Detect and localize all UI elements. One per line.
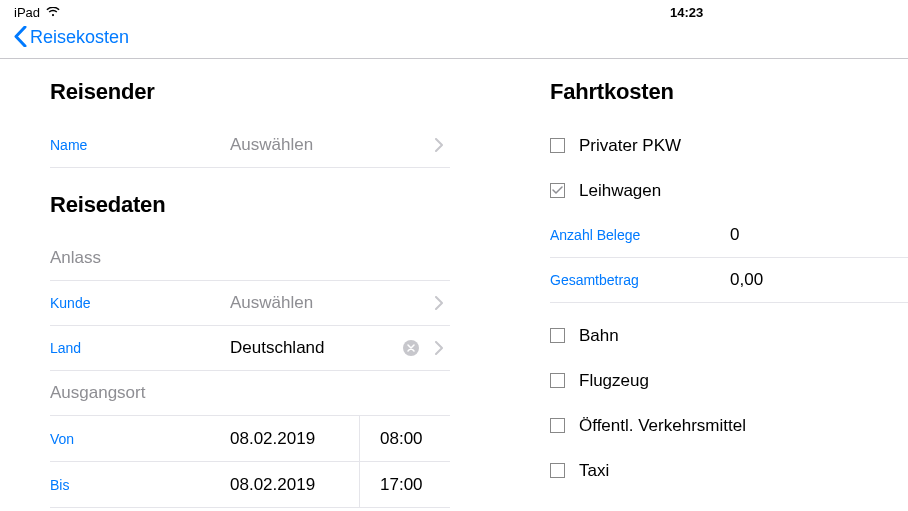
nav-bar: Reisekosten <box>0 20 908 59</box>
bis-date-cell[interactable]: Bis 08.02.2019 <box>50 462 360 507</box>
belege-value: 0 <box>730 225 739 245</box>
leihwagen-label: Leihwagen <box>579 181 661 201</box>
row-kunde[interactable]: Kunde Auswählen <box>50 281 450 326</box>
bahn-label: Bahn <box>579 326 619 346</box>
bis-time: 17:00 <box>380 475 423 495</box>
von-date-cell[interactable]: Von 08.02.2019 <box>50 416 360 461</box>
checkbox-pkw[interactable] <box>550 138 565 153</box>
kunde-value: Auswählen <box>230 293 428 313</box>
chevron-right-icon <box>428 138 450 152</box>
checkbox-opnv[interactable] <box>550 418 565 433</box>
chevron-right-icon <box>428 296 450 310</box>
checkbox-flugzeug[interactable] <box>550 373 565 388</box>
betrag-label: Gesamtbetrag <box>550 272 730 288</box>
check-row-taxi[interactable]: Taxi <box>550 448 900 493</box>
row-ausgangsort[interactable]: Ausgangsort <box>50 371 450 416</box>
section-title-fahrtkosten: Fahrtkosten <box>550 79 900 105</box>
bis-label: Bis <box>50 477 230 493</box>
content: Reisender Name Auswählen Reisedaten Anla… <box>0 59 908 508</box>
taxi-label: Taxi <box>579 461 609 481</box>
chevron-left-icon <box>14 26 28 48</box>
von-time: 08:00 <box>380 429 423 449</box>
anlass-label: Anlass <box>50 248 230 268</box>
land-value: Deutschland <box>230 338 400 358</box>
row-von: Von 08.02.2019 08:00 <box>50 416 450 462</box>
back-button[interactable]: Reisekosten <box>14 26 129 48</box>
status-bar: iPad 14:23 <box>0 0 908 20</box>
belege-label: Anzahl Belege <box>550 227 730 243</box>
device-label: iPad <box>14 5 40 20</box>
right-column: Fahrtkosten Privater PKW Leihwagen Anzah… <box>450 59 900 508</box>
land-label: Land <box>50 340 230 356</box>
name-label: Name <box>50 137 230 153</box>
row-anlass[interactable]: Anlass <box>50 236 450 281</box>
flugzeug-label: Flugzeug <box>579 371 649 391</box>
row-anzahl-belege[interactable]: Anzahl Belege 0 <box>550 213 908 258</box>
section-title-reisender: Reisender <box>50 79 450 105</box>
opnv-label: Öffentl. Verkehrsmittel <box>579 416 746 436</box>
checkbox-taxi[interactable] <box>550 463 565 478</box>
row-land[interactable]: Land Deutschland <box>50 326 450 371</box>
check-row-bahn[interactable]: Bahn <box>550 313 900 358</box>
row-bis: Bis 08.02.2019 17:00 <box>50 462 450 508</box>
checkbox-leihwagen[interactable] <box>550 183 565 198</box>
betrag-value: 0,00 <box>730 270 763 290</box>
check-row-pkw[interactable]: Privater PKW <box>550 123 900 168</box>
name-value: Auswählen <box>230 135 428 155</box>
row-gesamtbetrag[interactable]: Gesamtbetrag 0,00 <box>550 258 908 303</box>
bis-date: 08.02.2019 <box>230 475 359 495</box>
check-row-leihwagen[interactable]: Leihwagen <box>550 168 900 213</box>
row-name[interactable]: Name Auswählen <box>50 123 450 168</box>
back-label: Reisekosten <box>30 27 129 48</box>
chevron-right-icon <box>428 341 450 355</box>
checkbox-bahn[interactable] <box>550 328 565 343</box>
status-time: 14:23 <box>670 5 703 20</box>
pkw-label: Privater PKW <box>579 136 681 156</box>
left-column: Reisender Name Auswählen Reisedaten Anla… <box>0 59 450 508</box>
wifi-icon <box>46 5 60 20</box>
check-row-flugzeug[interactable]: Flugzeug <box>550 358 900 403</box>
von-label: Von <box>50 431 230 447</box>
bis-time-cell[interactable]: 17:00 <box>360 462 423 507</box>
section-title-reisedaten: Reisedaten <box>50 192 450 218</box>
von-date: 08.02.2019 <box>230 429 359 449</box>
check-row-opnv[interactable]: Öffentl. Verkehrsmittel <box>550 403 900 448</box>
clear-icon[interactable] <box>400 340 422 356</box>
von-time-cell[interactable]: 08:00 <box>360 416 423 461</box>
status-left: iPad <box>14 5 60 20</box>
ausgangsort-label: Ausgangsort <box>50 383 230 403</box>
kunde-label: Kunde <box>50 295 230 311</box>
